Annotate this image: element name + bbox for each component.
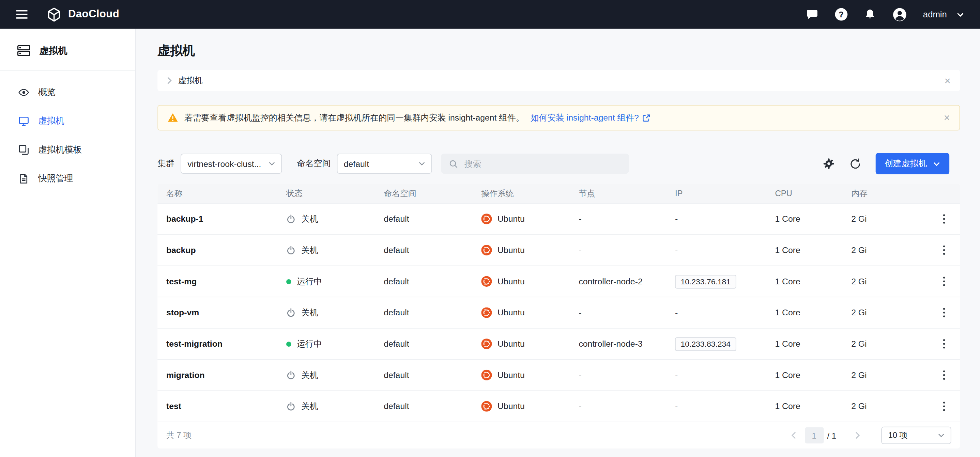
vm-node: controller-node-2: [579, 277, 675, 286]
vm-name[interactable]: test-migration: [166, 339, 286, 349]
namespace-select[interactable]: default: [337, 154, 432, 174]
ubuntu-icon: [481, 307, 492, 318]
namespace-select-value: default: [344, 159, 369, 168]
page-size-select[interactable]: 10 项: [881, 427, 951, 444]
vm-os-label: Ubuntu: [498, 246, 525, 255]
ubuntu-icon: [481, 401, 492, 412]
table-row: backup-1 关机 default U: [158, 203, 960, 234]
alert-help-link[interactable]: 如何安装 insight-agent 组件?: [531, 112, 651, 123]
vm-os: Ubuntu: [481, 370, 579, 380]
sidebar: 虚拟机 概览 虚拟机: [0, 29, 135, 457]
vm-namespace: default: [384, 370, 481, 380]
vm-os: Ubuntu: [481, 214, 579, 224]
daocloud-cube-icon: [46, 6, 62, 22]
vm-name[interactable]: backup: [166, 246, 286, 255]
sidebar-item-label: 概览: [38, 87, 56, 98]
table-row: migration 关机 default: [158, 359, 960, 390]
vm-name[interactable]: test-mg: [166, 277, 286, 286]
vm-ip: -: [675, 214, 678, 224]
vm-name[interactable]: migration: [166, 370, 286, 380]
vm-os-label: Ubuntu: [498, 214, 525, 224]
brand-name: DaoCloud: [68, 8, 119, 21]
vm-ip: -: [675, 308, 678, 317]
app-root: DaoCloud ?: [0, 0, 980, 457]
search-input[interactable]: [463, 158, 621, 169]
chevron-down-icon: [938, 433, 944, 437]
settings-gear-icon[interactable]: [822, 157, 835, 170]
page-indicator: / 1: [827, 431, 837, 440]
ubuntu-icon: [481, 214, 492, 224]
table-header-row: 名称 状态 命名空间 操作系统 节点 IP CPU 内存: [158, 184, 960, 203]
row-actions-kebab-icon[interactable]: [939, 211, 949, 227]
refresh-icon[interactable]: [849, 158, 861, 170]
current-page-input[interactable]: 1: [805, 427, 824, 444]
breadcrumb-chevron-icon[interactable]: [167, 77, 172, 84]
vm-status: 运行中: [286, 276, 384, 287]
row-actions-kebab-icon[interactable]: [939, 241, 949, 259]
vm-namespace: default: [384, 214, 481, 224]
avatar[interactable]: [892, 7, 907, 21]
ubuntu-icon: [481, 276, 492, 287]
alert-close-icon[interactable]: ×: [944, 113, 950, 123]
brand-logo[interactable]: DaoCloud: [46, 6, 119, 22]
vm-status-label: 关机: [301, 370, 318, 381]
vm-os: Ubuntu: [481, 245, 579, 255]
sidebar-item-virtual-machines[interactable]: 虚拟机: [0, 107, 135, 135]
breadcrumb-close-icon[interactable]: ×: [945, 75, 951, 86]
vm-cpu: 1 Core: [775, 214, 851, 224]
snapshot-icon: [18, 173, 29, 184]
vm-memory: 2 Gi: [851, 401, 930, 411]
row-actions-kebab-icon[interactable]: [939, 304, 949, 321]
breadcrumb-item[interactable]: 虚拟机: [178, 75, 203, 86]
col-header-cpu: CPU: [775, 189, 851, 198]
vm-table: 名称 状态 命名空间 操作系统 节点 IP CPU 内存 backup-1 关机: [158, 184, 960, 449]
vm-cpu: 1 Core: [775, 308, 851, 317]
vm-name[interactable]: test: [166, 401, 286, 411]
chevron-down-icon: [957, 12, 964, 17]
eye-icon: [18, 87, 29, 98]
hamburger-menu-icon[interactable]: [16, 10, 28, 19]
vm-cpu: 1 Core: [775, 339, 851, 349]
table-row: test 关机 default Ubunt: [158, 390, 960, 422]
col-header-memory: 内存: [851, 188, 930, 199]
sidebar-item-vm-templates[interactable]: 虚拟机模板: [0, 135, 135, 164]
sidebar-module-title: 虚拟机: [0, 29, 135, 70]
vm-status-label: 运行中: [297, 276, 322, 287]
vm-status-label: 运行中: [297, 338, 322, 349]
vm-status: 关机: [286, 401, 384, 412]
cluster-select[interactable]: virtnest-rook-clust...: [181, 154, 282, 174]
vm-namespace: default: [384, 246, 481, 255]
vm-memory: 2 Gi: [851, 308, 930, 317]
vm-status: 关机: [286, 244, 384, 256]
next-page-icon[interactable]: [853, 429, 862, 442]
vm-name[interactable]: backup-1: [166, 214, 286, 224]
sidebar-nav: 概览 虚拟机 虚拟机模板: [0, 70, 135, 193]
toolbar-actions: 创建虚拟机: [822, 153, 949, 174]
vm-name[interactable]: stop-vm: [166, 308, 286, 317]
help-icon[interactable]: ?: [835, 8, 848, 21]
message-icon[interactable]: [805, 8, 819, 21]
ubuntu-icon: [481, 338, 492, 349]
sidebar-item-snapshots[interactable]: 快照管理: [0, 164, 135, 193]
sidebar-item-overview[interactable]: 概览: [0, 78, 135, 106]
row-actions-kebab-icon[interactable]: [939, 273, 949, 290]
vm-node: -: [579, 214, 675, 224]
create-vm-button[interactable]: 创建虚拟机: [875, 153, 949, 174]
external-link-icon: [642, 113, 651, 122]
power-off-icon: [286, 370, 296, 380]
col-header-node: 节点: [579, 188, 675, 199]
bell-icon[interactable]: [864, 8, 877, 21]
ubuntu-icon: [481, 245, 492, 255]
vm-ip: -: [675, 246, 678, 255]
table-body: backup-1 关机 default U: [158, 203, 960, 422]
row-actions-kebab-icon[interactable]: [939, 335, 949, 352]
user-menu[interactable]: admin: [923, 10, 964, 19]
row-actions-kebab-icon[interactable]: [939, 367, 949, 384]
page-title: 虚拟机: [158, 43, 960, 60]
vm-cpu: 1 Core: [775, 370, 851, 380]
row-actions-kebab-icon[interactable]: [939, 398, 949, 415]
vm-namespace: default: [384, 277, 481, 286]
vm-status: 关机: [286, 370, 384, 381]
vm-memory: 2 Gi: [851, 214, 930, 224]
prev-page-icon[interactable]: [789, 429, 799, 442]
